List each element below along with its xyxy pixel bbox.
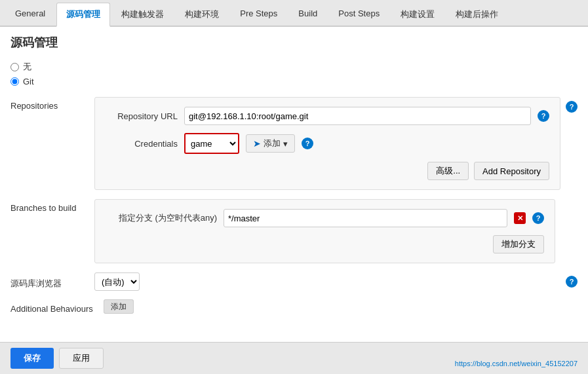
repo-url-input[interactable] [184,107,531,125]
tab-triggers[interactable]: 构建触发器 [111,3,174,26]
tab-settings[interactable]: 构建设置 [391,3,444,26]
repo-url-label: Repository URL [106,111,178,121]
credentials-add-button[interactable]: ➤ 添加 ▾ [246,134,295,153]
radio-git-label: Git [23,77,34,86]
tab-postops[interactable]: 构建后操作 [446,3,508,26]
additional-section: Additional Behaviours 添加 [10,300,578,314]
page-content: 源码管理 无 Git Repositories Repository URL ? [0,27,588,367]
repo-url-help-icon[interactable]: ? [538,110,549,122]
branch-help-icon[interactable]: ? [532,212,544,224]
tab-env[interactable]: 构建环境 [175,3,229,26]
radio-none-row: 无 [10,61,578,73]
radio-git[interactable] [10,77,19,86]
add-arrow-icon: ➤ [253,138,261,149]
scm-radio-group: 无 Git [10,61,578,86]
add-btn-label: 添加 [264,138,281,149]
tab-general[interactable]: General [5,3,55,26]
credentials-select-wrapper: game [184,133,239,154]
branches-label: Branches to build [10,199,89,213]
branches-content: 指定分支 (为空时代表any) ✕ ? 增加分支 [94,199,555,263]
tab-source[interactable]: 源码管理 [56,3,110,27]
save-button[interactable]: 保存 [10,348,54,367]
additional-add-tag[interactable]: 添加 [104,299,134,314]
repositories-box: Repository URL ? Credentials game ➤ 添加 [94,97,560,190]
branches-actions: 增加分支 [106,235,544,253]
branches-box: 指定分支 (为空时代表any) ✕ ? 增加分支 [94,199,555,263]
add-btn-chevron: ▾ [283,139,288,149]
repositories-content: Repository URL ? Credentials game ➤ 添加 [94,97,560,190]
repo-url-row: Repository URL ? [106,107,549,125]
credentials-row: Credentials game ➤ 添加 ▾ ? [106,133,549,154]
apply-button[interactable]: 应用 [59,348,104,367]
additional-label: Additional Behaviours [10,300,93,314]
branch-delete-icon[interactable]: ✕ [514,212,526,224]
tab-presteps[interactable]: Pre Steps [230,3,287,26]
branch-row: 指定分支 (为空时代表any) ✕ ? [106,209,544,227]
credentials-select[interactable]: game [186,134,238,153]
branch-field-label: 指定分支 (为空时代表any) [106,212,217,224]
watermark: https://blog.csdn.net/weixin_45152207 [455,360,578,367]
radio-none-label: 无 [23,61,31,73]
add-repository-button[interactable]: Add Repository [474,162,549,180]
tab-bar: General 源码管理 构建触发器 构建环境 Pre Steps Build … [0,0,588,27]
advanced-button[interactable]: 高级... [427,162,469,180]
additional-content: 添加 [98,301,578,312]
repo-actions: 高级... Add Repository [106,162,549,180]
repositories-help-icon[interactable]: ? [566,101,578,113]
branches-section: Branches to build 指定分支 (为空时代表any) ✕ ? 增加… [10,199,578,263]
radio-none[interactable] [10,63,19,71]
source-browser-label: 源码库浏览器 [10,274,89,290]
repositories-section: Repositories Repository URL ? Credential… [10,97,578,190]
source-browser-select[interactable]: (自动) [94,272,140,291]
tab-poststeps[interactable]: Post Steps [328,3,389,26]
tab-build[interactable]: Build [288,3,327,26]
credentials-label: Credentials [106,139,178,149]
branch-input[interactable] [224,209,507,227]
source-browser-section: 源码库浏览器 (自动) ? [10,272,578,291]
page-title: 源码管理 [10,35,578,50]
radio-git-row: Git [10,77,578,86]
add-branch-button[interactable]: 增加分支 [493,235,544,253]
source-browser-content: (自动) [94,272,560,291]
credentials-help-icon[interactable]: ? [302,138,313,149]
source-browser-help-icon[interactable]: ? [566,276,578,288]
repositories-label: Repositories [10,97,89,111]
